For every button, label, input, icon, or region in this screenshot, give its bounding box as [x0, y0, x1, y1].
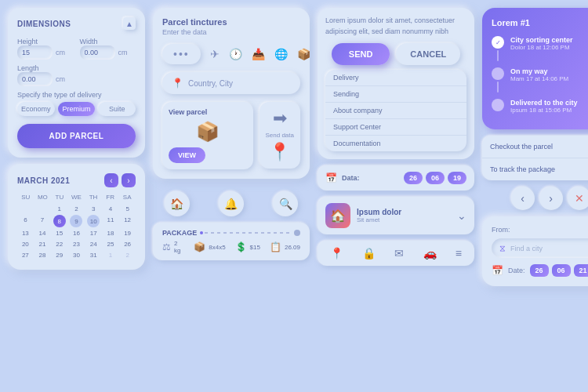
- cal-10-highlight[interactable]: 10: [87, 215, 100, 227]
- nav-next-btn[interactable]: ›: [539, 187, 563, 210]
- home-btn[interactable]: 🏠: [165, 191, 190, 216]
- cal-20[interactable]: 20: [17, 239, 34, 249]
- tracking-info-3: Delivered to the city Ipsum 18 at 15:06 …: [510, 99, 588, 114]
- data-label: Data:: [342, 174, 360, 182]
- action-checkout[interactable]: Checkout the parcel ›: [482, 136, 588, 158]
- cal-30[interactable]: 30: [68, 250, 85, 260]
- height-width-row: Height cm Width cm: [17, 38, 136, 60]
- date-month: 06: [552, 264, 571, 277]
- cal-11[interactable]: 11: [103, 215, 119, 227]
- height-group: Height cm: [17, 38, 74, 60]
- cal-8-today[interactable]: 8: [53, 215, 66, 227]
- cal-7[interactable]: 7: [34, 215, 51, 227]
- mail-bottom-icon[interactable]: ✉: [394, 247, 404, 260]
- length-group: Length cm: [17, 64, 136, 86]
- length-input[interactable]: [17, 72, 53, 86]
- dots-pill-left: •••: [162, 44, 201, 64]
- cancel-button[interactable]: CANCEL: [396, 43, 460, 65]
- bottom-icons-panel: 📍 🔒 ✉ 🚗 ≡: [318, 241, 474, 266]
- day-mo: MO: [34, 194, 52, 201]
- cal-next-1[interactable]: 1: [103, 250, 119, 260]
- premium-btn[interactable]: Premium: [58, 102, 96, 116]
- height-input[interactable]: [17, 45, 53, 60]
- cal-24[interactable]: 24: [85, 239, 102, 249]
- calendar-next-btn[interactable]: ›: [122, 173, 136, 187]
- nav-prev-btn[interactable]: ‹: [511, 187, 535, 210]
- city-input-wrap[interactable]: ⧖ Find a city: [492, 238, 588, 258]
- cal-29[interactable]: 29: [51, 250, 67, 260]
- cal-19[interactable]: 19: [119, 228, 136, 238]
- parcel-panel: Parcel tinctures Enter the data ••• ✈ 🕐 …: [153, 8, 310, 179]
- cal-18[interactable]: 18: [103, 228, 119, 238]
- height-unit: cm: [56, 49, 65, 56]
- package-label-row: PACKAGE: [162, 229, 300, 237]
- cal-13[interactable]: 13: [17, 228, 34, 238]
- package-price: 💲 $15: [235, 240, 260, 254]
- menu-delivery[interactable]: Delivery: [325, 70, 466, 86]
- cal-12[interactable]: 12: [119, 215, 136, 227]
- tracking-info-1: City sorting center Dolor 18 at 12:06 PM: [510, 36, 588, 51]
- from-label: From:: [492, 226, 588, 234]
- send-data-box: ➡ Send data 📍: [260, 102, 300, 169]
- menu-about[interactable]: About company: [325, 103, 466, 119]
- width-input-wrap: cm: [80, 45, 136, 60]
- dimensions-toggle[interactable]: ▲: [123, 17, 136, 30]
- length-row: Length cm: [17, 64, 136, 86]
- width-input[interactable]: [80, 45, 115, 60]
- cal-4[interactable]: 4: [103, 204, 119, 214]
- menu-list: Delivery Sending About company Support C…: [325, 70, 466, 151]
- car-bottom-icon[interactable]: 🚗: [423, 247, 437, 260]
- cal-25[interactable]: 25: [103, 239, 119, 249]
- location-input[interactable]: 📍 Country, City: [162, 72, 300, 94]
- menu-bottom-icon[interactable]: ≡: [456, 247, 462, 260]
- cal-empty-1: [17, 204, 34, 214]
- cal-23[interactable]: 23: [68, 239, 85, 249]
- package-progress: [200, 230, 300, 236]
- cal-28[interactable]: 28: [34, 250, 51, 260]
- menu-sending[interactable]: Sending: [325, 86, 466, 103]
- tracking-status-1: City sorting center: [510, 36, 588, 44]
- nav-close-btn[interactable]: ✕: [568, 187, 589, 210]
- cal-6[interactable]: 6: [17, 215, 34, 227]
- economy-btn[interactable]: Economy: [17, 102, 55, 116]
- calendar-prev-btn[interactable]: ‹: [104, 173, 118, 187]
- cal-21[interactable]: 21: [34, 239, 51, 249]
- cal-next-2[interactable]: 2: [119, 250, 136, 260]
- cal-1[interactable]: 1: [51, 204, 67, 214]
- cal-5[interactable]: 5: [119, 204, 136, 214]
- view-parcel-box: View parcel 📦 VIEW: [162, 102, 253, 169]
- bell-btn[interactable]: 🔔: [219, 191, 244, 216]
- cal-17[interactable]: 17: [85, 228, 102, 238]
- cal-31[interactable]: 31: [85, 250, 102, 260]
- cal-14[interactable]: 14: [34, 228, 51, 238]
- menu-support[interactable]: Support Center: [325, 119, 466, 136]
- cal-2[interactable]: 2: [68, 204, 85, 214]
- send-button[interactable]: SEND: [332, 43, 390, 65]
- cal-3[interactable]: 3: [85, 204, 102, 214]
- menu-docs[interactable]: Documentation: [325, 136, 466, 151]
- day-tu: TU: [51, 194, 68, 201]
- ipsum-chevron-icon[interactable]: ⌄: [457, 209, 466, 222]
- view-button[interactable]: VIEW: [169, 147, 205, 163]
- add-parcel-button[interactable]: ADD PARCEL: [17, 124, 136, 148]
- cal-27[interactable]: 27: [17, 250, 34, 260]
- extra-icon: 📋: [270, 241, 281, 252]
- action-track[interactable]: To track the package ›: [482, 158, 588, 180]
- search-btn[interactable]: 🔍: [273, 191, 298, 216]
- ipsum-subtitle: Sit amet: [357, 216, 451, 223]
- cal-16[interactable]: 16: [68, 228, 85, 238]
- weight-value: 2 kg: [174, 240, 184, 254]
- cal-15[interactable]: 15: [51, 228, 67, 238]
- lock-bottom-icon[interactable]: 🔒: [362, 247, 376, 260]
- location-bottom-icon[interactable]: 📍: [330, 247, 343, 260]
- cal-22[interactable]: 22: [51, 239, 67, 249]
- cal-26[interactable]: 26: [119, 239, 136, 249]
- tracking-time-3: Ipsum 18 at 15:06 PM: [510, 107, 588, 114]
- cal-9-highlight[interactable]: 9: [70, 215, 82, 227]
- tracking-dot-wrap-1: ✓: [492, 36, 504, 61]
- dimensions-header: DIMENSIONS ▲: [17, 17, 136, 30]
- clock-icon: 🕐: [229, 48, 242, 60]
- calendar-day-names: SU MO TU WE TH FR SA: [17, 194, 136, 201]
- suite-btn[interactable]: Suite: [98, 102, 136, 116]
- tracking-dot-2: [492, 67, 504, 80]
